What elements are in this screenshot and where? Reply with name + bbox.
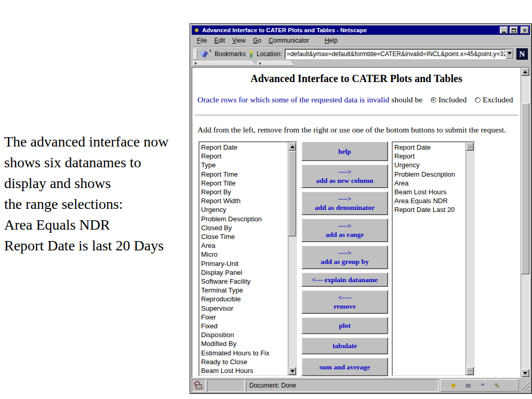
list-item[interactable]: Type — [201, 161, 288, 169]
list-item[interactable]: Estimated Hours to Fix — [201, 349, 288, 357]
scrollbar-thumb[interactable] — [521, 103, 529, 274]
list-item[interactable]: Fixer — [201, 313, 288, 322]
scroll-up-button[interactable] — [288, 142, 296, 151]
netscape-logo[interactable]: N — [516, 48, 528, 60]
page-title: Advanced Interface to CATER Plots and Ta… — [192, 73, 521, 85]
security-indicator[interactable] — [192, 379, 206, 392]
location-field: =default&ymax=default&formtitle=CATER&in… — [285, 49, 514, 59]
collapsed-toolbar-tab[interactable] — [193, 61, 256, 66]
list-item[interactable]: Report By — [201, 188, 288, 196]
maximize-button[interactable] — [510, 26, 518, 34]
list-item[interactable]: Beam Lost Hours — [394, 188, 466, 196]
component-bar-grippy[interactable] — [442, 382, 446, 389]
navigator-icon[interactable]: ✹ — [447, 382, 460, 390]
scroll-up-button[interactable] — [521, 68, 529, 76]
list-item[interactable]: Report Width — [201, 196, 288, 205]
mailbox-icon[interactable]: ✉ — [461, 382, 475, 390]
horizontal-rule — [195, 115, 518, 116]
list-item[interactable]: Terminal Type — [201, 286, 288, 295]
radio-excluded[interactable] — [475, 97, 481, 103]
discussions-icon[interactable]: ❝ — [476, 382, 489, 390]
list-item[interactable]: Software Facility — [201, 277, 288, 286]
scroll-down-button[interactable] — [288, 367, 296, 375]
button-arrow: ----> — [338, 221, 352, 230]
add-as-range-button[interactable]: ----> add as range — [301, 218, 388, 242]
screenshot-canvas: The advanced interface now shows six dat… — [0, 0, 532, 399]
menu-help[interactable]: Help — [321, 35, 341, 46]
button-label: help — [338, 147, 351, 156]
scroll-down-icon — [468, 370, 472, 375]
menu-communicator[interactable]: Communicator — [265, 35, 313, 46]
radio-included[interactable] — [431, 97, 436, 103]
scroll-up-button-disabled — [466, 142, 474, 151]
list-item[interactable]: Primary-Unit — [201, 259, 288, 268]
list-item[interactable]: Area Equals NDR — [394, 196, 466, 205]
list-item[interactable]: Micro — [201, 250, 288, 259]
list-item[interactable]: Problem Description — [394, 170, 466, 179]
selected-list-scrollbar — [466, 142, 474, 375]
composer-icon[interactable]: ✎ — [490, 382, 504, 390]
help-button[interactable]: help — [301, 141, 388, 161]
list-item[interactable]: Closed By — [201, 223, 288, 232]
resize-grip[interactable] — [521, 379, 530, 392]
caption-line: Area Equals NDR — [4, 215, 168, 235]
add-as-denominator-button[interactable]: ----> add as denominator — [301, 191, 388, 215]
status-text-panel: Document: Done — [246, 379, 438, 392]
add-as-new-column-button[interactable]: ----> add as new column — [301, 164, 388, 188]
list-item[interactable]: Report — [394, 152, 466, 161]
window-titlebar[interactable]: ✷ Advanced Interface to CATER Plots and … — [192, 25, 530, 35]
lock-icon — [196, 384, 202, 389]
caption-line: shows six datanames to — [4, 152, 168, 173]
tabulate-button[interactable]: tabulate — [301, 337, 388, 354]
scroll-down-button[interactable] — [521, 369, 529, 377]
menu-edit[interactable]: Edit — [210, 35, 229, 46]
list-item[interactable]: Urgency — [201, 205, 288, 214]
scrollbar-track[interactable] — [288, 151, 296, 367]
list-item[interactable]: Urgency — [394, 161, 466, 169]
list-item[interactable]: Problem Description — [201, 215, 288, 223]
list-item[interactable]: Fixed — [201, 322, 288, 330]
toolbar-grippy[interactable] — [193, 49, 197, 60]
close-button[interactable]: × — [521, 26, 529, 34]
page-proxy-icon[interactable] — [248, 50, 254, 58]
button-arrow: ----> — [338, 167, 352, 176]
expand-arrow-icon — [195, 62, 198, 65]
button-label: tabulate — [332, 341, 357, 350]
menu-file[interactable]: File — [193, 35, 210, 46]
list-item[interactable]: Report Date Last 20 — [394, 205, 466, 214]
explain-dataname-button[interactable]: <--- explain dataname — [301, 272, 388, 287]
button-label: add as denominator — [315, 203, 375, 212]
list-item[interactable]: Close Time — [201, 232, 288, 241]
list-item[interactable]: Report Title — [201, 179, 288, 188]
list-item[interactable]: Report — [201, 152, 288, 161]
list-item[interactable]: Supervisor — [201, 304, 288, 313]
list-item[interactable]: Ready to Close — [201, 357, 288, 366]
scrollbar-thumb[interactable] — [288, 151, 296, 236]
list-item[interactable]: Area — [201, 241, 288, 250]
scrollbar-track[interactable] — [521, 76, 529, 369]
bookmarks-button[interactable]: Bookmarks — [215, 50, 246, 58]
list-item[interactable]: Report Date — [201, 143, 288, 152]
list-item[interactable]: Display Panel — [201, 268, 288, 277]
add-as-group-by-button[interactable]: ----> add as group by — [301, 245, 388, 269]
list-item[interactable]: Modified By — [201, 339, 288, 348]
collapsed-toolbar-tab[interactable] — [257, 61, 295, 66]
invalid-rows-prompt-blue: Oracle rows for which some of the reques… — [197, 95, 389, 104]
bookmarks-icon — [200, 50, 208, 58]
list-item[interactable]: Beam Lost Hours — [201, 366, 288, 375]
plot-button[interactable]: plot — [301, 317, 388, 334]
minimize-icon — [502, 32, 506, 33]
button-label: remove — [334, 302, 355, 311]
list-item[interactable]: Report Time — [201, 170, 288, 179]
list-item[interactable]: Report Date — [394, 143, 466, 152]
menu-go[interactable]: Go — [249, 35, 265, 46]
sum-and-average-button[interactable]: sum and average — [301, 357, 388, 376]
remove-button[interactable]: <---- remove — [301, 290, 388, 314]
menu-view[interactable]: View — [229, 35, 249, 46]
list-item[interactable]: Reproducible — [201, 295, 288, 303]
location-input[interactable]: =default&ymax=default&formtitle=CATER&in… — [285, 49, 506, 59]
location-dropdown-button[interactable] — [506, 49, 513, 59]
list-item[interactable]: Area — [394, 179, 466, 188]
list-item[interactable]: Disposition — [201, 330, 288, 339]
minimize-button[interactable] — [500, 26, 508, 34]
